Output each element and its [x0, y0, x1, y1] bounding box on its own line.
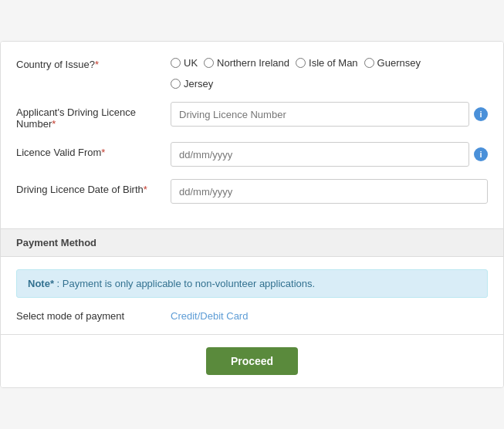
radio-isle-of-man[interactable] [296, 58, 306, 68]
driving-licence-wrapper: i [171, 102, 488, 127]
radio-northern-ireland-label[interactable]: Northern Ireland [217, 57, 289, 69]
footer-section: Proceed [1, 334, 503, 387]
licence-valid-from-info-icon[interactable]: i [474, 147, 488, 161]
payment-mode-row: Select mode of payment Credit/Debit Card [16, 310, 488, 322]
dob-input[interactable] [171, 179, 488, 204]
dob-wrapper [171, 179, 488, 204]
dob-label: Driving Licence Date of Birth* [16, 179, 171, 195]
radio-isle-of-man-label[interactable]: Isle of Man [309, 57, 358, 69]
driving-licence-info-icon[interactable]: i [474, 107, 488, 121]
country-radio-group: UK Northern Ireland Isle of Man Guernsey… [171, 54, 469, 90]
radio-northern-ireland[interactable] [204, 58, 214, 68]
licence-valid-from-row: Licence Valid From* i [16, 142, 488, 167]
radio-uk[interactable] [171, 58, 181, 68]
radio-option-northern-ireland[interactable]: Northern Ireland [204, 57, 289, 69]
payment-section-header: Payment Method [1, 228, 503, 257]
radio-option-uk[interactable]: UK [171, 57, 198, 69]
radio-jersey-label[interactable]: Jersey [184, 78, 213, 90]
radio-option-jersey[interactable]: Jersey [171, 78, 469, 90]
licence-valid-from-label: Licence Valid From* [16, 142, 171, 158]
note-box: Note* : Payment is only applicable to no… [16, 269, 488, 298]
driving-licence-input[interactable] [171, 102, 469, 127]
proceed-button[interactable]: Proceed [206, 347, 298, 375]
driving-licence-label: Applicant's Driving Licence Number* [16, 102, 171, 130]
radio-option-guernsey[interactable]: Guernsey [364, 57, 421, 69]
licence-valid-from-input[interactable] [171, 142, 469, 167]
main-container: Country of Issue?* UK Northern Ireland I… [0, 41, 504, 388]
country-label: Country of Issue?* [16, 54, 171, 70]
form-section: Country of Issue?* UK Northern Ireland I… [1, 42, 503, 228]
payment-section: Note* : Payment is only applicable to no… [1, 257, 503, 334]
licence-valid-from-wrapper: i [171, 142, 488, 167]
dob-row: Driving Licence Date of Birth* [16, 179, 488, 204]
radio-option-isle-of-man[interactable]: Isle of Man [296, 57, 358, 69]
radio-jersey[interactable] [171, 79, 181, 89]
payment-mode-value: Credit/Debit Card [171, 310, 248, 322]
payment-mode-label: Select mode of payment [16, 310, 171, 322]
country-row: Country of Issue?* UK Northern Ireland I… [16, 54, 488, 90]
radio-guernsey-label[interactable]: Guernsey [377, 57, 421, 69]
radio-guernsey[interactable] [364, 58, 374, 68]
radio-uk-label[interactable]: UK [184, 57, 198, 69]
driving-licence-row: Applicant's Driving Licence Number* i [16, 102, 488, 130]
